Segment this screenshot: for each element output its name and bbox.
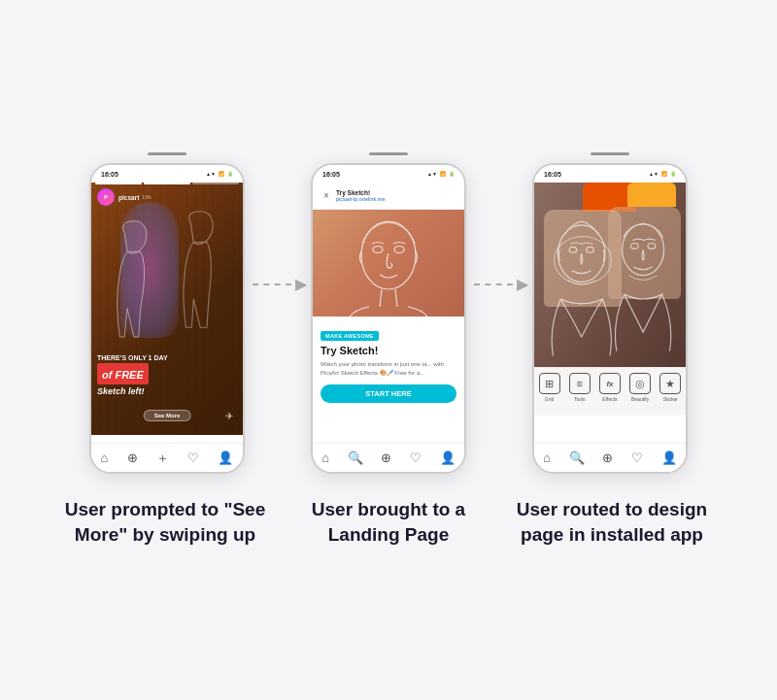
nav2-home-icon[interactable]: ⌂: [321, 450, 329, 465]
see-more-button[interactable]: See More: [144, 410, 191, 421]
story-sketch-text: Sketch left!: [97, 386, 237, 396]
story-header: P picsart 15h: [91, 184, 243, 210]
sticker-label: Sticker: [663, 396, 678, 402]
tool-effects[interactable]: fx Effects: [599, 373, 621, 402]
landing-hero-image: [313, 210, 464, 317]
caption1-text: User prompted to "See More" by swiping u…: [63, 497, 267, 547]
arrow-head-2: ▶: [517, 275, 528, 293]
nav3-search-icon[interactable]: 🔍: [569, 450, 585, 465]
start-here-button[interactable]: START HERE: [321, 384, 456, 403]
arrow-head-1: ▶: [295, 275, 307, 293]
story-username: picsart: [118, 194, 139, 201]
svg-point-6: [623, 224, 664, 276]
tool-grid[interactable]: ⊞ Grid: [539, 373, 560, 402]
grid-tool-icon: ⊞: [539, 373, 560, 394]
close-button[interactable]: ×: [321, 190, 332, 202]
phone2-signal: ▲▼: [427, 171, 437, 177]
phone3-nav: ⌂ 🔍 ⊕ ♡ 👤: [534, 443, 686, 472]
arrow2: ▶: [466, 275, 532, 351]
main-container: 16:05 ▲▼ 📶 🔋: [0, 133, 777, 566]
svg-point-1: [373, 247, 383, 253]
caption3: User routed to design page in installed …: [500, 497, 724, 547]
phone1-wrapper: 16:05 ▲▼ 📶 🔋: [89, 152, 245, 474]
phone3-status-bar: 16:05 ▲▼ 📶 🔋: [534, 165, 686, 183]
arrow1: ▶: [245, 275, 311, 351]
app-toolbar: ⊞ Grid ≡ Tools fx Effects ◎: [534, 367, 686, 416]
phone1-status-bar: 16:05 ▲▼ 📶 🔋: [91, 165, 243, 183]
nav-profile-icon[interactable]: 👤: [218, 450, 233, 465]
nav3-heart-icon[interactable]: ♡: [631, 450, 643, 465]
nav3-profile-icon[interactable]: 👤: [661, 450, 677, 465]
beautify-icon: ◎: [629, 373, 651, 394]
tool-sticker[interactable]: ★ Sticker: [659, 373, 681, 402]
nav-home-icon[interactable]: ⌂: [101, 450, 109, 465]
tool-beautify[interactable]: ◎ Beautify: [629, 373, 651, 402]
phone1-nav: ⌂ ⊕ ＋ ♡ 👤: [91, 443, 243, 472]
caption1: User prompted to "See More" by swiping u…: [53, 497, 277, 547]
nav3-add-icon[interactable]: ⊕: [602, 450, 613, 465]
phone2-notch: [369, 152, 408, 155]
send-icon: ✈: [225, 411, 233, 421]
effects-label: Effects: [602, 396, 617, 402]
caption3-text: User routed to design page in installed …: [510, 497, 714, 547]
svg-point-7: [630, 244, 638, 250]
nav3-home-icon[interactable]: ⌂: [543, 450, 551, 465]
tools-icon: ≡: [569, 373, 591, 394]
svg-point-5: [587, 248, 594, 253]
phone3-status-icons: ▲▼ 📶 🔋: [649, 171, 676, 177]
phone1-time: 16:05: [101, 171, 118, 178]
dashed-arrow-1: ▶: [249, 275, 307, 293]
captions-row: User prompted to "See More" by swiping u…: [29, 497, 748, 547]
phone2-status-bar: 16:05 ▲▼ 📶 🔋: [313, 165, 464, 183]
dashed-line-2: [474, 283, 513, 285]
tool-tools[interactable]: ≡ Tools: [569, 373, 591, 402]
caption2-text: User brought to a Landing Page: [287, 497, 490, 547]
story-time: 15h: [142, 194, 151, 200]
landing-title-area: Try Sketch! picsart-lp.onelink.me: [336, 189, 456, 202]
story-text-overlay: There's only 1 DAY of FREE Sketch left!: [97, 354, 237, 396]
nav2-add-icon[interactable]: ⊕: [381, 450, 391, 465]
phone1-wifi: 📶: [219, 171, 224, 177]
nav-add-icon[interactable]: ＋: [156, 450, 169, 467]
story-free-badge: of FREE: [97, 363, 149, 384]
sticker-icon: ★: [659, 373, 681, 394]
nav2-heart-icon[interactable]: ♡: [410, 450, 422, 465]
phone1-background: P picsart 15h: [91, 183, 243, 435]
dashed-arrow-2: ▶: [470, 275, 528, 293]
phone3-time: 16:05: [544, 171, 561, 178]
phone2-battery: 🔋: [449, 171, 455, 177]
app-design-canvas: ⊞ Grid ≡ Tools fx Effects ◎: [534, 183, 686, 416]
avatar-letter: P: [104, 194, 108, 200]
beautify-label: Beautify: [631, 396, 649, 402]
grid-tool-label: Grid: [545, 396, 554, 402]
phone3-signal: ▲▼: [649, 171, 659, 177]
nav2-search-icon[interactable]: 🔍: [348, 450, 363, 465]
phone1-story-area: P picsart 15h: [91, 183, 243, 435]
phone3-notch: [591, 152, 629, 155]
dashed-line-1: [253, 283, 291, 285]
make-awesome-badge: MAKE AWESOME: [321, 331, 379, 341]
phone3: 16:05 ▲▼ 📶 🔋: [532, 163, 688, 474]
landing-url: picsart-lp.onelink.me: [336, 196, 456, 202]
phone1-status-icons: ▲▼ 📶 🔋: [206, 171, 233, 177]
phone3-battery: 🔋: [670, 171, 676, 177]
phone3-wrapper: 16:05 ▲▼ 📶 🔋: [532, 152, 688, 474]
landing-title: Try Sketch!: [336, 189, 456, 196]
landing-description: Watch your photo transform in just one t…: [321, 360, 456, 377]
effects-icon: fx: [599, 373, 621, 394]
phone2-status-icons: ▲▼ 📶 🔋: [427, 171, 455, 177]
nav-heart-icon[interactable]: ♡: [187, 450, 199, 465]
story-free-text: of FREE: [102, 369, 144, 381]
phone3-wifi: 📶: [661, 171, 667, 177]
phone2-wifi: 📶: [440, 171, 446, 177]
nav-search-icon[interactable]: ⊕: [127, 450, 138, 465]
face-sketch-svg: [345, 215, 432, 317]
svg-point-2: [394, 247, 404, 253]
nav2-profile-icon[interactable]: 👤: [440, 450, 456, 465]
landing-body: MAKE AWESOME Try Sketch! Watch your phot…: [313, 317, 464, 411]
tools-label: Tools: [574, 396, 586, 402]
phone2: 16:05 ▲▼ 📶 🔋 × Try Sketch! picsart-lp.on…: [311, 163, 466, 474]
phone1-notch: [148, 152, 186, 155]
phone1: 16:05 ▲▼ 📶 🔋: [89, 163, 245, 474]
phones-row: 16:05 ▲▼ 📶 🔋: [29, 152, 748, 474]
